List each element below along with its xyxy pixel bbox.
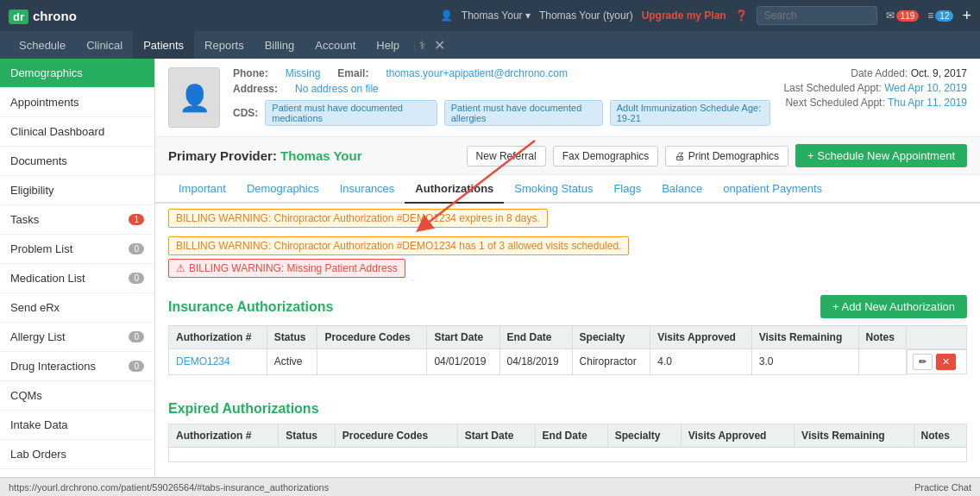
cds-tag-2[interactable]: Adult Immunization Schedule Age: 19-21	[610, 100, 771, 126]
status-url: https://yourl.drchrono.com/patient/59026…	[9, 482, 329, 493]
add-icon[interactable]: +	[962, 7, 971, 25]
sidebar-item-lab-orders[interactable]: Lab Orders	[0, 440, 154, 469]
ecol-visits-approved: Visits Approved	[681, 424, 794, 447]
nav-schedule[interactable]: Schedule	[9, 31, 76, 59]
sidebar-item-cqms[interactable]: CQMs	[0, 381, 154, 411]
tab-flags[interactable]: Flags	[603, 175, 651, 204]
upgrade-btn[interactable]: Upgrade my Plan	[642, 9, 726, 22]
sidebar-item-intake-data[interactable]: Intake Data	[0, 411, 154, 440]
delete-auth-btn[interactable]: ✕	[936, 354, 956, 370]
nav-billing[interactable]: Billing	[254, 31, 305, 59]
cds-tag-0[interactable]: Patient must have documented medications	[265, 100, 437, 126]
last-appt-row: Last Scheduled Appt: Wed Apr 10, 2019	[783, 82, 967, 94]
address-value: No address on file	[295, 83, 379, 95]
schedule-appointment-btn[interactable]: + Schedule New Appointment	[795, 144, 967, 167]
sidebar-item-documents[interactable]: Documents	[0, 147, 154, 176]
sidebar-item-demographics[interactable]: Demographics	[0, 59, 154, 88]
warning-triangle-icon: ⚠	[176, 262, 185, 274]
sidebar-label-problem-list: Problem List	[10, 242, 72, 255]
last-appt-label: Last Scheduled Appt:	[783, 82, 881, 94]
practice-chat-btn[interactable]: Practice Chat	[914, 482, 971, 493]
sidebar-item-clinical-dashboard[interactable]: Clinical Dashboard	[0, 117, 154, 147]
user-display[interactable]: Thomas Your ▾	[462, 9, 531, 22]
sidebar-item-medication-list[interactable]: Medication List 0	[0, 264, 154, 293]
nav-help[interactable]: Help	[366, 31, 410, 59]
ecol-status: Status	[279, 424, 335, 447]
col-specialty: Specialty	[572, 326, 650, 349]
sidebar-item-appointments[interactable]: Appointments	[0, 88, 154, 117]
sidebar-label-tasks: Tasks	[10, 213, 39, 226]
insurance-auth-table: Authorization # Status Procedure Codes S…	[168, 325, 967, 375]
date-added-label: Date Added:	[851, 67, 908, 79]
tasks-badge: 1	[129, 214, 144, 225]
messages-area[interactable]: ✉ 119	[886, 9, 920, 22]
ecol-end-date: End Date	[535, 424, 607, 447]
sidebar-label-cqms: CQMs	[10, 389, 42, 402]
edit-auth-btn[interactable]: ✏	[913, 354, 933, 370]
notes-cell	[858, 349, 906, 375]
cds-label: CDS:	[233, 107, 258, 119]
auth-num-link[interactable]: DEMO1234	[176, 355, 230, 367]
sidebar-item-send-erx[interactable]: Send eRx	[0, 293, 154, 323]
tabs-row: Important Demographics Insurances Author…	[155, 175, 980, 204]
nav-clinical[interactable]: Clinical	[76, 31, 133, 59]
nav-account[interactable]: Account	[305, 31, 366, 59]
sidebar-item-problem-list[interactable]: Problem List 0	[0, 235, 154, 264]
logo: dr chrono	[9, 7, 77, 25]
tab-balance[interactable]: Balance	[651, 175, 713, 204]
nav-pipe: |	[413, 39, 416, 52]
expired-empty-cell	[169, 447, 967, 461]
next-appt-value: Thu Apr 11, 2019	[888, 97, 967, 109]
notifications-area[interactable]: ≡ 12	[927, 9, 953, 22]
phone-label: Phone:	[233, 67, 268, 79]
contact-row: Phone: Missing Email: thomas.your+apipat…	[233, 67, 770, 79]
print-demographics-btn[interactable]: 🖨 Print Demographics	[665, 146, 788, 166]
email-label: Email:	[337, 67, 368, 79]
tab-important[interactable]: Important	[168, 175, 236, 204]
tab-insurances[interactable]: Insurances	[330, 175, 405, 204]
provider-name: Thomas Your	[280, 148, 361, 163]
close-nav-icon[interactable]: ✕	[434, 37, 445, 53]
logo-area: dr chrono	[9, 7, 77, 25]
actions-cell: ✏ ✕	[907, 349, 967, 374]
provider-prefix-text: Primary Provider:	[168, 148, 277, 163]
tab-authorizations[interactable]: Authorizations	[405, 175, 504, 204]
col-status: Status	[267, 326, 317, 349]
mail-icon: ✉	[886, 9, 895, 22]
next-appt-label: Next Scheduled Appt:	[785, 97, 884, 109]
sidebar-label-eligibility: Eligibility	[10, 184, 54, 197]
warning-row-1: BILLING WARNING: Chiropractor Authorizat…	[168, 209, 967, 255]
sidebar-item-allergy-list[interactable]: Allergy List 0	[0, 323, 154, 352]
patient-details: Phone: Missing Email: thomas.your+apipat…	[233, 67, 770, 126]
nav-patients[interactable]: Patients	[133, 31, 194, 59]
sidebar-label-lab-orders: Lab Orders	[10, 448, 66, 461]
warning-2: BILLING WARNING: Chiropractor Authorizat…	[168, 236, 629, 255]
table-row: DEMO1234 Active 04/01/2019 04/18/2019 Ch…	[169, 349, 967, 375]
tab-smoking-status[interactable]: Smoking Status	[504, 175, 603, 204]
expired-auth-title: Expired Authorizations	[168, 401, 319, 417]
fax-demographics-btn[interactable]: Fax Demographics	[553, 146, 659, 166]
sidebar-label-clinical-dashboard: Clinical Dashboard	[10, 125, 104, 138]
search-area	[757, 6, 877, 25]
search-input[interactable]	[757, 6, 877, 25]
nav-reports[interactable]: Reports	[194, 31, 254, 59]
sidebar-label-send-erx: Send eRx	[10, 301, 60, 314]
proc-codes-cell	[317, 349, 427, 375]
insurance-auth-header: Insurance Authorizations + Add New Autho…	[168, 295, 967, 318]
sidebar-item-drug-interactions[interactable]: Drug Interactions 0	[0, 352, 154, 381]
tab-onpatient-payments[interactable]: onpatient Payments	[713, 175, 832, 204]
visits-remaining-cell: 3.0	[751, 349, 858, 375]
cds-tag-1[interactable]: Patient must have documented allergies	[444, 100, 603, 126]
sidebar-item-tasks[interactable]: Tasks 1	[0, 205, 154, 235]
new-referral-btn[interactable]: New Referral	[467, 146, 546, 166]
add-new-authorization-btn[interactable]: + Add New Authorization	[820, 295, 967, 318]
col-actions	[906, 326, 966, 349]
top-bar: dr chrono 👤 Thomas Your ▾ Thomas Your (t…	[0, 0, 980, 31]
address-label: Address:	[233, 83, 278, 95]
tab-demographics[interactable]: Demographics	[236, 175, 330, 204]
provider-prefix: Primary Provider: Thomas Your	[168, 148, 362, 163]
sidebar-item-eligibility[interactable]: Eligibility	[0, 176, 154, 205]
patient-header: 👤 Phone: Missing Email: thomas.your+apip…	[155, 59, 980, 137]
col-start-date: Start Date	[427, 326, 499, 349]
notif-icon: ≡	[927, 9, 933, 22]
